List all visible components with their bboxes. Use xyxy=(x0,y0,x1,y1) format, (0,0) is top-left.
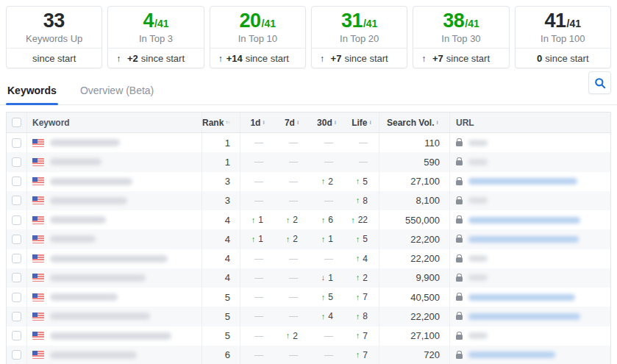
us-flag-icon xyxy=(32,254,44,263)
stat-card-footer: ↑ +2 since start xyxy=(108,48,203,68)
up-arrow-icon: ↑ xyxy=(320,54,324,64)
change-1d-cell: — xyxy=(240,152,274,171)
row-checkbox[interactable] xyxy=(12,235,21,244)
keyword-cell[interactable] xyxy=(26,210,201,229)
column-header-search-vol-[interactable]: Search Vol.i xyxy=(379,113,449,132)
keyword-cell[interactable] xyxy=(26,133,201,152)
stat-card-footer: ↑ since start xyxy=(7,48,101,68)
row-checkbox[interactable] xyxy=(12,215,21,225)
info-icon[interactable]: i xyxy=(370,120,371,126)
stat-delta: 0 xyxy=(537,53,542,64)
info-icon[interactable]: i xyxy=(263,120,264,126)
stat-card-in-top-20: 31 /41 In Top 20 ↑ +7 since start xyxy=(311,6,407,68)
lock-icon xyxy=(456,218,463,224)
select-all-checkbox[interactable] xyxy=(12,118,21,127)
blurred-url-link[interactable] xyxy=(468,351,555,358)
search-volume-cell: 22,200 xyxy=(379,229,449,249)
lock-icon xyxy=(456,296,463,301)
keyword-cell[interactable] xyxy=(26,288,201,307)
blurred-url-link[interactable] xyxy=(468,236,579,243)
change-value: 1 xyxy=(328,234,333,244)
stat-delta-text: since start xyxy=(545,53,588,64)
keyword-cell[interactable] xyxy=(26,249,201,268)
blurred-url xyxy=(468,332,488,339)
column-header-rank[interactable]: Rank xyxy=(201,113,240,132)
no-change-dash: — xyxy=(289,196,298,206)
no-change-dash: — xyxy=(254,311,263,321)
change-value: 5 xyxy=(363,234,368,244)
search-volume-cell: 9,900 xyxy=(379,268,449,288)
info-icon[interactable]: i xyxy=(297,120,299,126)
us-flag-icon xyxy=(32,158,44,166)
row-checkbox[interactable] xyxy=(12,157,21,167)
change-30d-cell: ↑4 xyxy=(309,307,344,326)
blurred-url-link[interactable] xyxy=(468,217,580,224)
search-volume-cell: 590 xyxy=(379,152,449,171)
row-checkbox[interactable] xyxy=(12,331,21,340)
keyword-cell[interactable] xyxy=(26,191,201,210)
no-change-dash: — xyxy=(324,138,333,148)
row-checkbox[interactable] xyxy=(12,350,21,360)
blurred-keyword xyxy=(50,255,168,263)
blurred-url-link[interactable] xyxy=(468,178,577,185)
up-arrow-icon: ↑ xyxy=(356,332,360,340)
keyword-cell[interactable] xyxy=(26,152,201,171)
keyword-cell[interactable] xyxy=(26,346,201,364)
blurred-keyword xyxy=(50,197,127,204)
row-checkbox[interactable] xyxy=(12,273,21,282)
blurred-url-link[interactable] xyxy=(468,294,575,301)
search-button[interactable] xyxy=(588,71,611,94)
change-7d-cell: — xyxy=(274,346,309,364)
row-checkbox[interactable] xyxy=(12,176,21,186)
change-7d-cell: — xyxy=(274,268,309,288)
search-volume-cell: 27,100 xyxy=(379,172,449,191)
table-row: 1 — — — — 110 xyxy=(7,133,610,152)
row-checkbox[interactable] xyxy=(12,312,21,321)
change-1d-cell: — xyxy=(240,346,274,364)
tab-overview-beta-[interactable]: Overview (Beta) xyxy=(79,85,155,104)
tab-keywords[interactable]: Keywords xyxy=(6,85,58,104)
column-label: Rank xyxy=(202,118,224,128)
column-header-keyword[interactable]: Keyword xyxy=(26,113,201,132)
stat-value: 41 xyxy=(545,11,566,31)
blurred-keyword xyxy=(50,216,106,224)
column-header-7d[interactable]: 7di xyxy=(274,113,309,132)
blurred-keyword xyxy=(50,235,96,243)
us-flag-icon xyxy=(32,177,44,185)
keyword-cell[interactable] xyxy=(26,268,201,288)
change-1d-cell: — xyxy=(240,268,274,288)
rank-cell: 1 xyxy=(201,152,240,171)
change-value: 1 xyxy=(258,234,263,244)
no-change-dash: — xyxy=(324,157,333,167)
blurred-url-link[interactable] xyxy=(468,313,580,320)
keyword-cell[interactable] xyxy=(26,229,201,249)
up-arrow-icon: ↑ xyxy=(351,216,355,224)
info-icon[interactable]: i xyxy=(335,120,336,126)
keyword-cell[interactable] xyxy=(26,172,201,191)
change-7d-cell: ↑2 xyxy=(274,326,309,346)
change-value: 22 xyxy=(358,215,368,225)
url-cell xyxy=(449,133,610,152)
table-body: 1 — — — — 110 1 — — — — 590 xyxy=(7,133,610,364)
column-header-life[interactable]: Lifei xyxy=(344,113,379,132)
row-checkbox-cell xyxy=(7,191,26,210)
keyword-cell[interactable] xyxy=(26,326,201,346)
row-checkbox[interactable] xyxy=(12,138,21,148)
row-checkbox[interactable] xyxy=(12,293,21,302)
table-row: 4 ↑1 ↑2 ↑1 ↑5 22,200 xyxy=(7,229,610,249)
search-volume-cell: 22,200 xyxy=(379,307,449,326)
info-icon[interactable]: i xyxy=(436,120,438,126)
stat-label: In Top 3 xyxy=(139,33,173,44)
column-header-30d[interactable]: 30di xyxy=(309,113,344,132)
stat-value-suffix: /41 xyxy=(154,18,168,29)
keyword-cell[interactable] xyxy=(26,307,201,326)
up-arrow-icon: ↑ xyxy=(356,351,360,359)
change-value: 6 xyxy=(328,215,333,225)
row-checkbox-cell xyxy=(7,307,26,326)
url-cell xyxy=(449,229,610,249)
column-header-url[interactable]: URL xyxy=(449,113,610,132)
rank-cell: 5 xyxy=(201,288,240,307)
row-checkbox[interactable] xyxy=(12,196,21,205)
row-checkbox[interactable] xyxy=(12,254,21,263)
column-header-1d[interactable]: 1di xyxy=(240,113,274,132)
